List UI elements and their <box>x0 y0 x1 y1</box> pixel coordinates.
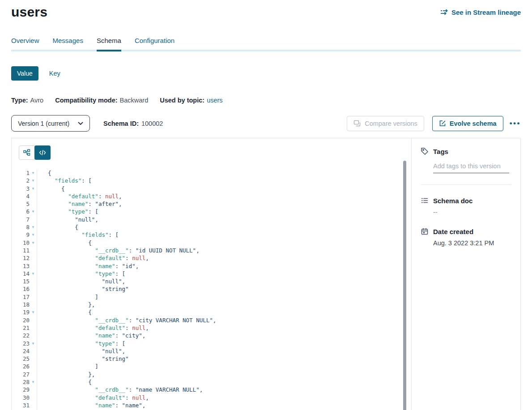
meta-topic-link[interactable]: users <box>207 97 222 104</box>
fold-toggle-icon <box>30 386 37 393</box>
fold-toggle-icon[interactable]: ▼ <box>30 239 37 247</box>
line-number: 3 <box>19 185 30 192</box>
code-line: 25 "string" <box>19 355 411 363</box>
code-text: "null", <box>37 347 411 355</box>
code-text: }, <box>37 301 411 308</box>
schema-id-value: 100002 <box>141 120 163 127</box>
fold-toggle-icon <box>30 247 37 254</box>
calendar-plus-icon <box>421 227 429 235</box>
code-line: 26 ] <box>19 363 411 370</box>
tree-view-button[interactable] <box>19 145 35 160</box>
fold-toggle-icon[interactable]: ▼ <box>30 185 37 192</box>
line-number: 18 <box>19 301 30 308</box>
line-number: 25 <box>19 355 30 363</box>
date-created-section: Date created Aug. 3 2022 3:21 PM <box>421 227 511 247</box>
code-line: 10▼ { <box>19 239 411 247</box>
line-number: 26 <box>19 363 30 370</box>
line-number: 9 <box>19 231 30 239</box>
version-select-value: Version 1 (current) <box>18 120 69 127</box>
code-text: "string" <box>37 355 411 363</box>
code-line: 13 "name": "id", <box>19 262 411 270</box>
editor-scrollbar-thumb[interactable] <box>403 161 406 410</box>
fold-toggle-icon <box>30 278 37 285</box>
meta-type-label: Type: <box>11 97 28 104</box>
fold-toggle-icon <box>30 332 37 339</box>
line-number: 4 <box>19 192 30 200</box>
schema-id: Schema ID: 100002 <box>103 120 163 127</box>
evolve-schema-button[interactable]: Evolve schema <box>432 116 503 131</box>
fold-toggle-icon <box>30 262 37 270</box>
schema-doc-section: Schema doc -- <box>421 196 511 216</box>
code-text: "default": null, <box>37 394 411 401</box>
code-text: { <box>37 239 411 247</box>
key-toggle-button[interactable]: Key <box>49 70 60 77</box>
more-actions-button[interactable]: ••• <box>510 120 521 127</box>
fold-toggle-icon <box>30 363 37 370</box>
line-number: 16 <box>19 285 30 293</box>
code-line: 30 "default": null, <box>19 394 411 401</box>
fold-toggle-icon <box>30 293 37 301</box>
line-number: 22 <box>19 332 30 339</box>
code-line: 8▼ { <box>19 223 411 231</box>
editor-view-toggle <box>19 145 51 160</box>
code-view-button[interactable] <box>34 145 51 160</box>
code-line: 27 }, <box>19 371 411 378</box>
meta-type-value: Avro <box>30 97 44 104</box>
code-line: 18 }, <box>19 301 411 308</box>
tab-messages[interactable]: Messages <box>53 37 83 50</box>
tab-configuration[interactable]: Configuration <box>135 37 174 50</box>
compare-versions-button[interactable]: Compare versions <box>347 116 424 131</box>
line-number: 28 <box>19 378 30 386</box>
line-number: 19 <box>19 308 30 316</box>
fold-toggle-icon[interactable]: ▼ <box>30 208 37 215</box>
code-line: 21 "default": null, <box>19 324 411 332</box>
code-line: 7 "null", <box>19 216 411 223</box>
schema-page: users See in Stream lineage Overview Mes… <box>0 0 532 410</box>
code-text: "__crdb__": "id UUID NOT NULL", <box>37 247 411 254</box>
code-lines: 1▼{2▼ "fields": [3▼ {4 "default": null,5… <box>19 169 411 410</box>
code-text: "__crdb__": "city VARCHAR NOT NULL", <box>37 316 411 324</box>
fold-toggle-icon <box>30 301 37 308</box>
line-number: 12 <box>19 254 30 262</box>
schema-meta: Type: Avro Compatibility mode: Backward … <box>11 97 521 104</box>
fold-toggle-icon[interactable]: ▼ <box>30 169 37 177</box>
line-number: 5 <box>19 200 30 208</box>
code-line: 15 "null", <box>19 278 411 285</box>
code-text: "name": "after", <box>37 200 411 208</box>
schema-id-label: Schema ID: <box>103 120 139 127</box>
stream-lineage-link[interactable]: See in Stream lineage <box>440 9 521 16</box>
schema-actions: Compare versions Evolve schema ••• <box>347 116 521 131</box>
fold-toggle-icon <box>30 347 37 355</box>
code-line: 23▼ "type": [ <box>19 340 411 347</box>
schema-doc-value: -- <box>433 209 511 216</box>
version-select[interactable]: Version 1 (current) <box>11 115 90 132</box>
tab-schema[interactable]: Schema <box>97 37 121 50</box>
tab-overview[interactable]: Overview <box>11 37 39 50</box>
line-number: 13 <box>19 262 30 270</box>
fold-toggle-icon[interactable]: ▼ <box>30 223 37 231</box>
code-line: 22 "name": "city", <box>19 332 411 339</box>
add-tags-input[interactable] <box>433 162 509 173</box>
fold-toggle-icon[interactable]: ▼ <box>30 177 37 184</box>
schema-controls: Version 1 (current) Schema ID: 100002 <box>11 115 521 132</box>
schema-sidebar: Tags Schema doc <box>411 138 520 410</box>
meta-compat-label: Compatibility mode: <box>55 97 117 104</box>
fold-toggle-icon[interactable]: ▼ <box>30 340 37 347</box>
line-number: 6 <box>19 208 30 215</box>
code-text: "type": [ <box>37 340 411 347</box>
code-line: 12 "default": null, <box>19 254 411 262</box>
fold-toggle-icon[interactable]: ▼ <box>30 378 37 386</box>
line-number: 11 <box>19 247 30 254</box>
fold-toggle-icon[interactable]: ▼ <box>30 270 37 278</box>
fold-toggle-icon[interactable]: ▼ <box>30 231 37 239</box>
code-line: 14▼ "type": [ <box>19 270 411 278</box>
meta-topic-label: Used by topic: <box>160 97 204 104</box>
compare-versions-icon <box>353 120 361 127</box>
fold-toggle-icon <box>30 200 37 208</box>
fold-toggle-icon[interactable]: ▼ <box>30 308 37 316</box>
code-line: 29 "__crdb__": "name VARCHAR NULL", <box>19 386 411 393</box>
tags-section-header: Tags <box>421 147 511 155</box>
line-number: 31 <box>19 401 30 409</box>
value-toggle-button[interactable]: Value <box>11 66 38 81</box>
code-line: 16 "string" <box>19 285 411 293</box>
